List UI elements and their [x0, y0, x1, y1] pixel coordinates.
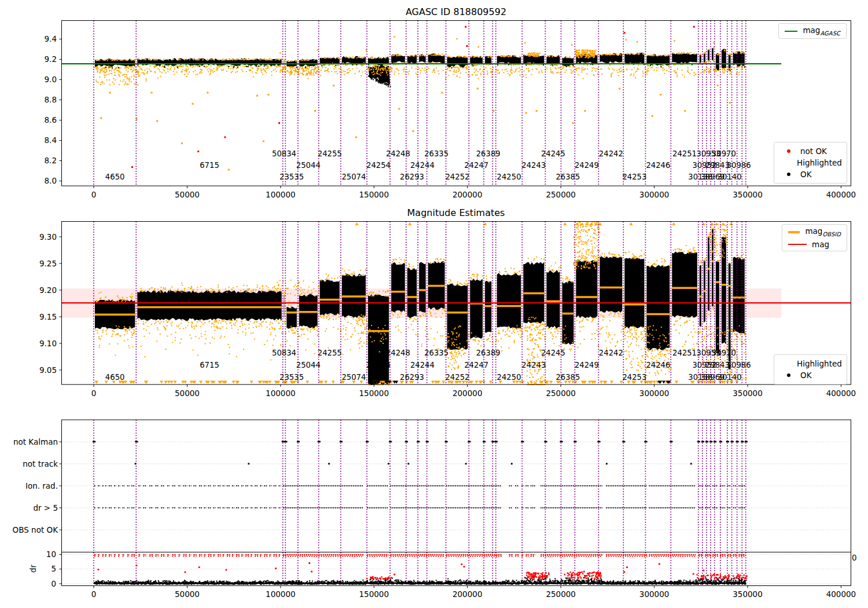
mid-panel-title: Magnitude Estimates	[61, 207, 851, 218]
tick-label: 0	[91, 389, 97, 398]
ok-band-29843	[716, 53, 719, 71]
ok-band-38969	[712, 48, 713, 61]
ok-band-30953	[708, 49, 709, 61]
legend-mid-markers: Highlighted OK	[774, 354, 847, 384]
ok-dot-swatch	[787, 373, 790, 377]
legend-mid-lines: magOBSID mag	[782, 224, 847, 251]
obsid-label: 4650	[105, 173, 125, 181]
obsid-label: 24249	[575, 361, 599, 369]
obsid-label: 50834	[272, 349, 296, 357]
ok-band-6715	[137, 290, 281, 321]
tick-label: 400000	[826, 389, 856, 398]
tick-label: 350000	[733, 589, 763, 599]
obsid-label: 30986	[727, 161, 751, 170]
obsid-label: 24245	[541, 349, 565, 357]
tick-label: 9.20	[39, 285, 57, 295]
tick-label: 10	[46, 550, 56, 559]
legend-item-mag-agasc: magAGASC	[785, 25, 840, 36]
legend-item-highlighted: Highlighted	[780, 359, 841, 368]
obsid-label: 30970	[712, 149, 736, 158]
tick-label: 0	[51, 579, 56, 588]
obsid-label: 50834	[272, 149, 296, 158]
obsid-label: 24255	[318, 149, 342, 158]
obsid-label: 25074	[341, 373, 366, 382]
ok-band-29843	[716, 260, 719, 354]
flag-category-label: Ion. rad.	[25, 481, 58, 490]
obsid-label: 24254	[366, 161, 391, 170]
tick-label: 8.2	[45, 156, 57, 165]
obsid-label: 24246	[646, 161, 670, 170]
obsid-label: 24244	[410, 361, 435, 369]
flag-category-label: OBS not OK	[13, 525, 59, 534]
obsid-label: 24247	[464, 361, 488, 369]
tick-label: 400000	[826, 589, 856, 599]
tick-label: 100000	[266, 589, 296, 599]
ok-band-50834	[284, 295, 285, 318]
obsid-label: 6715	[200, 161, 219, 170]
dr-axis-ylabel: dr	[28, 565, 38, 573]
obsid-label: 24250	[497, 373, 521, 382]
ok-band-30953	[708, 237, 709, 312]
tick-label: 300000	[639, 589, 670, 599]
obsid-label: 6715	[200, 361, 219, 369]
legend-top-markers: not OK Highlighted OK	[774, 142, 847, 184]
ok-band-24249	[576, 259, 597, 318]
legend-item-ok: OK	[780, 170, 841, 179]
tick-label: 150000	[359, 389, 389, 398]
legend-label: magOBSID	[805, 226, 841, 237]
tick-label: 9.25	[39, 259, 57, 268]
dr-panel: 0510	[46, 550, 851, 588]
flags-panel: not Kalmannot trackIon. rad.dr > 5OBS no…	[13, 437, 851, 534]
ok-band-30138	[700, 54, 701, 64]
ok-band-24245	[546, 270, 560, 328]
obsid-label: 25074	[341, 173, 366, 181]
obsid-label: 23535	[279, 373, 304, 382]
obsid-label: 26385	[556, 373, 580, 382]
obsid-label: 24252	[445, 373, 469, 382]
tick-label: 200000	[453, 589, 483, 599]
obsid-label: 29843	[705, 161, 730, 170]
tick-label: 8.4	[45, 135, 57, 145]
top-panel-obsid-labels: 4650671550834235352504424255250742425424…	[105, 149, 751, 181]
ok-band-24253	[624, 257, 644, 328]
obsid-label: 26389	[476, 349, 501, 357]
top-panel-title: AGASC ID 818809592	[61, 6, 851, 17]
tick-label: 8.0	[45, 176, 57, 185]
legend-item-mag-obsid: magOBSID	[788, 226, 841, 237]
tick-label: 9.2	[45, 54, 57, 64]
ok-band-24244	[419, 262, 426, 313]
legend-item-not-ok: not OK	[780, 146, 841, 156]
tick-label: 9.05	[39, 365, 57, 375]
obsid-label: 24253	[622, 373, 646, 382]
ok-band-26293	[407, 54, 417, 64]
tick-label: 150000	[359, 190, 389, 199]
obsid-label: 24242	[599, 149, 623, 158]
flag-category-label: dr > 5	[33, 503, 58, 512]
tick-label: 350000	[733, 190, 763, 199]
obsid-label: 30140	[718, 173, 742, 181]
clipped-tick-label: 0	[852, 553, 857, 562]
tick-label: 200000	[453, 190, 483, 199]
ok-band-24248	[391, 262, 405, 313]
legend-label: Highlighted	[797, 158, 842, 167]
ok-band-30970	[722, 49, 726, 68]
tick-label: 9.15	[39, 312, 57, 321]
tick-label: 150000	[359, 589, 389, 599]
ok-band-24247	[470, 279, 483, 339]
flag-category-label: not track	[23, 459, 58, 468]
obsid-label: 24249	[575, 161, 599, 170]
not-kalman-markers	[93, 441, 748, 443]
obsid-label: 26335	[424, 149, 448, 158]
legend-mag-agasc: magAGASC	[778, 23, 847, 39]
tick-label: 100000	[266, 389, 296, 398]
ok-band-24252	[447, 283, 468, 350]
tick-label: 8.8	[45, 95, 57, 104]
obsid-label: 24246	[646, 361, 670, 369]
legend-label: Highlighted	[797, 359, 842, 368]
ok-band-38969	[712, 229, 713, 307]
ok-band-24251	[672, 52, 697, 64]
not-ok-dot-swatch	[787, 149, 790, 153]
tick-label: 200000	[453, 389, 483, 398]
tick-label: 5	[51, 564, 56, 573]
tick-label: 300000	[639, 190, 670, 199]
